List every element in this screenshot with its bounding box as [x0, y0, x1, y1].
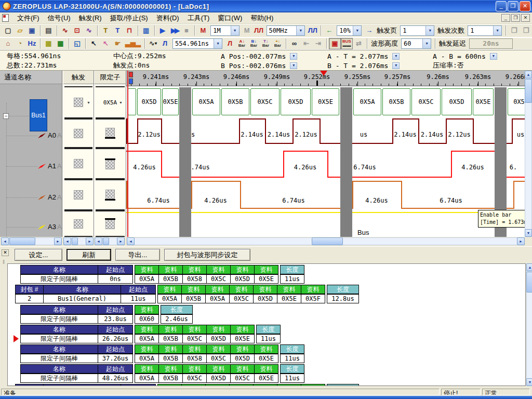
menu-item-5[interactable]: 工具(T): [183, 12, 214, 24]
dont-care-box[interactable]: [74, 159, 83, 168]
bus-value-cell[interactable]: 0X5B: [221, 88, 249, 115]
menu-item-0[interactable]: 文件(F): [13, 12, 44, 24]
dropdown-button[interactable]: ▼: [392, 62, 400, 69]
trigger-position-select[interactable]: 10%▼: [337, 25, 362, 36]
capture-range-button[interactable]: ⊡: [71, 25, 83, 36]
dropdown-button[interactable]: ▼: [290, 62, 297, 69]
trigger-cell-4[interactable]: [64, 210, 92, 237]
b-bar-button[interactable]: B↓Bar: [248, 38, 260, 49]
wave-height-select[interactable]: 60▼: [401, 38, 431, 49]
dropdown-button[interactable]: ▼: [392, 53, 400, 60]
channel-label-a3[interactable]: A3: [48, 223, 56, 231]
a-bar-flag-icon[interactable]: [129, 72, 133, 77]
chevron-down-icon[interactable]: ▼: [493, 26, 501, 35]
dont-care-box[interactable]: [74, 219, 83, 229]
add-bar-button[interactable]: +↓Bar: [272, 38, 284, 49]
t-bar-button[interactable]: T↓Bar: [260, 38, 272, 49]
packet-row[interactable]: 封包 #名称起始点资料资料资料资料资料资料资料长度: [15, 384, 359, 386]
bus-value-cell[interactable]: 0X5C: [250, 88, 280, 115]
dropdown-button[interactable]: ▼: [290, 53, 297, 60]
scroll-left-button[interactable]: ◄: [95, 237, 102, 245]
scroll-right-button[interactable]: ►: [117, 237, 125, 245]
scrollbar-thumb[interactable]: [312, 237, 343, 245]
packet-row[interactable]: 封包 #名称起始点资料资料资料资料资料资料资料长度2Bus1(General)1…: [15, 285, 359, 303]
zoom-range-button[interactable]: Л: [159, 38, 171, 49]
home-button[interactable]: ⌂: [2, 38, 14, 49]
mdi-minimize-button[interactable]: _: [501, 14, 510, 22]
waveform-hscrollbar[interactable]: ◄ ►: [127, 237, 525, 245]
chevron-down-icon[interactable]: ▼: [214, 39, 222, 48]
frequency-button[interactable]: Hz: [26, 38, 38, 49]
packet-row[interactable]: 名称起始点资料长度限定子间隔棒23.8us0X602.46us: [20, 305, 193, 324]
close-button[interactable]: ✕: [520, 1, 530, 11]
chevron-down-icon[interactable]: ▼: [422, 39, 431, 48]
chevron-down-icon[interactable]: ▼: [353, 26, 361, 35]
goto-trigger-button[interactable]: →: [363, 25, 375, 36]
menu-item-1[interactable]: 信号(U): [44, 12, 75, 24]
trigger-pos-left-button[interactable]: ←: [323, 25, 335, 36]
memory-page-button[interactable]: ▥: [140, 25, 152, 36]
a-bar-button[interactable]: A↓Bar: [236, 38, 248, 49]
chevron-down-icon[interactable]: ▼: [425, 26, 434, 35]
time-per-div-select[interactable]: 554.961ns▼: [172, 38, 222, 49]
bus-value-cell[interactable]: 0X5D: [137, 88, 161, 115]
bus-value-cell[interactable]: 0X5A: [353, 88, 381, 115]
sampling-setup-button[interactable]: ∿: [59, 25, 71, 36]
sample-wave-button[interactable]: ЛЛ: [307, 25, 318, 36]
channel-bus1[interactable]: Bus1: [30, 99, 47, 131]
overlay-view-button[interactable]: ◱: [71, 38, 83, 49]
channel-label-a0[interactable]: A0: [48, 131, 56, 139]
packet-row[interactable]: 名称起始点资料资料资料资料资料资料长度限定子间隔棒37.26us0X5A0X5B…: [20, 344, 304, 363]
chevron-down-icon[interactable]: ▼: [231, 26, 239, 35]
scrollbar-thumb[interactable]: [103, 237, 109, 245]
scrollbar-thumb[interactable]: [72, 237, 78, 245]
packet-list[interactable]: 名称起始点资料资料资料资料资料资料长度限定子间隔棒0ns0X5A0X5B0X58…: [7, 263, 526, 386]
select-cursor-button[interactable]: ↖: [88, 38, 100, 49]
scrollbar-thumb[interactable]: [526, 272, 532, 292]
qualifier-state-icon[interactable]: [105, 190, 115, 201]
scroll-right-button[interactable]: ►: [517, 237, 525, 245]
qualifier-cell-1[interactable]: [96, 118, 125, 148]
listing-view-button[interactable]: ▦: [55, 38, 66, 49]
trigger-marker-icon[interactable]: [320, 71, 327, 76]
trigger-cell-1[interactable]: [64, 118, 92, 148]
wave-display-mode-button[interactable]: ∿ ▾: [147, 38, 159, 49]
menu-item-2[interactable]: 触发(R): [75, 12, 106, 24]
scroll-left-button[interactable]: ◄: [127, 237, 135, 245]
tree-expand-button[interactable]: –: [3, 113, 9, 119]
dont-care-box[interactable]: [74, 98, 83, 107]
waveform-vertical-scrollbar[interactable]: ▲ ▼: [525, 71, 532, 237]
packet-button-1[interactable]: 刷新: [66, 249, 111, 261]
minimize-button[interactable]: _: [496, 1, 507, 11]
packet-row[interactable]: 名称起始点资料资料资料资料资料长度限定子间隔棒26.26us0X5A0X5B0X…: [20, 325, 281, 343]
dont-care-box[interactable]: [74, 129, 83, 138]
scroll-up-button[interactable]: ▲: [525, 71, 532, 78]
bus-value-cell[interactable]: [128, 88, 136, 115]
scroll-right-button[interactable]: ►: [54, 237, 62, 245]
chevron-down-icon[interactable]: ▼: [118, 92, 124, 113]
bus-value-cell[interactable]: 0X5C: [411, 88, 441, 115]
packet-list-scrollbar[interactable]: ▲ ▼: [526, 263, 532, 386]
bus-value-cell[interactable]: 0X5D: [442, 88, 472, 115]
packet-button-2[interactable]: 导出...: [115, 249, 160, 261]
bus-value-cell[interactable]: 0X5B: [382, 88, 410, 115]
trigger-cell-3[interactable]: [64, 179, 92, 210]
run-repeat-button[interactable]: ▶▶: [168, 25, 180, 36]
sampling-edge-button[interactable]: ∿: [83, 25, 95, 36]
menu-item-6[interactable]: 窗口(W): [214, 12, 246, 24]
trigger-page-select[interactable]: 1▼: [400, 25, 434, 36]
trigger-mark-button[interactable]: T: [100, 25, 112, 36]
channel-label-a1[interactable]: A1: [48, 162, 56, 170]
channel-label-a2[interactable]: A2: [48, 193, 56, 201]
new-document-button[interactable]: ▢: [2, 25, 14, 36]
qualifier-cell-2[interactable]: [96, 148, 125, 179]
run-single-button[interactable]: ▶: [156, 25, 168, 36]
trigger-cell-0[interactable]: ▼: [64, 86, 92, 118]
trigger-count-select[interactable]: 1▼: [468, 25, 502, 36]
bar-chart-tool-button[interactable]: ▃▅▂: [124, 38, 142, 49]
dont-care-box[interactable]: [74, 190, 83, 200]
qualifier-cell-0[interactable]: 0X5A▼: [96, 86, 125, 118]
dropdown-button[interactable]: ▼: [490, 53, 497, 60]
packet-button-3[interactable]: 封包与波形同步设定: [164, 249, 250, 261]
chevron-down-icon[interactable]: ▼: [86, 92, 91, 113]
